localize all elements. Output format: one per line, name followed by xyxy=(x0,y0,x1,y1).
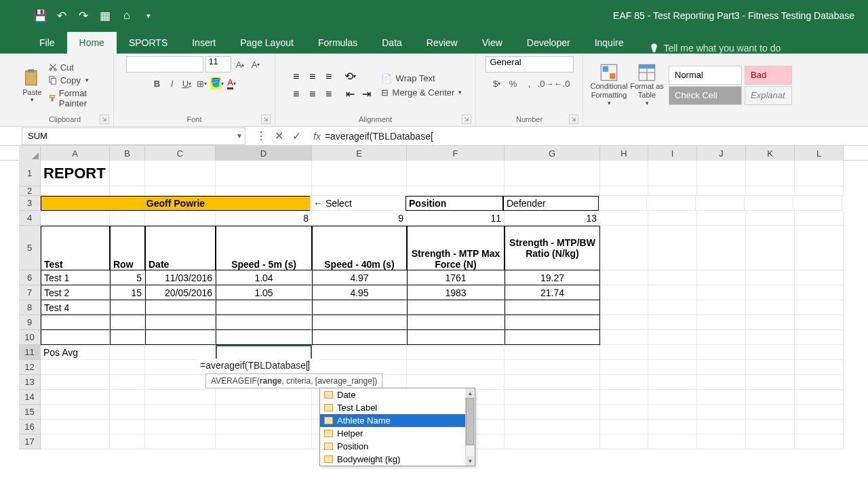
ac-item-helper[interactable]: Helper xyxy=(320,427,475,440)
tab-view[interactable]: View xyxy=(470,32,515,54)
ac-item-bodyweight[interactable]: Bodyweight (kg) xyxy=(320,453,475,466)
number-format-input[interactable]: General xyxy=(486,56,574,73)
col-header-b[interactable]: B xyxy=(110,146,145,161)
cell-f1[interactable] xyxy=(407,161,505,186)
fill-color-button[interactable]: 🪣▾ xyxy=(210,77,224,90)
tab-page-layout[interactable]: Page Layout xyxy=(228,32,306,54)
cancel-icon[interactable]: ✕ xyxy=(273,130,285,142)
undo-icon[interactable]: ↶ xyxy=(56,9,68,22)
autocomplete-scrollbar[interactable]: ▴ ▾ xyxy=(465,388,475,466)
qat-icon-1[interactable]: ▦ xyxy=(99,9,111,22)
tab-inquire[interactable]: Inquire xyxy=(583,32,636,54)
row-header-3[interactable]: 3 xyxy=(19,196,41,211)
font-color-button[interactable]: A▾ xyxy=(225,77,239,90)
italic-button[interactable]: I xyxy=(165,77,179,90)
col-header-g[interactable]: G xyxy=(505,146,600,161)
format-as-table-button[interactable]: Format as Table▾ xyxy=(628,63,666,107)
font-size-input[interactable]: 11 xyxy=(205,56,231,73)
col-header-l[interactable]: L xyxy=(795,146,844,161)
col-header-e[interactable]: E xyxy=(312,146,407,161)
underline-button[interactable]: U ▾ xyxy=(180,77,194,90)
wrap-text-button[interactable]: 📄Wrap Text xyxy=(381,73,462,83)
scroll-down-icon[interactable]: ▾ xyxy=(465,456,475,466)
col-header-k[interactable]: K xyxy=(746,146,795,161)
ac-item-athlete-name[interactable]: Athlete Name xyxy=(320,414,475,427)
col-header-d[interactable]: D xyxy=(216,146,312,161)
style-explanatory[interactable]: Explanat xyxy=(745,86,792,105)
athlete-name-cell[interactable]: Geoff Powrie xyxy=(41,196,311,211)
style-normal[interactable]: Normal xyxy=(669,66,742,85)
scroll-up-icon[interactable]: ▴ xyxy=(465,388,475,398)
alignment-dialog-icon[interactable]: ⇲ xyxy=(462,115,471,124)
accounting-icon[interactable]: $▾ xyxy=(490,77,504,90)
align-middle-icon[interactable]: ≡ xyxy=(305,70,320,83)
name-box-dropdown-icon[interactable]: ▼ xyxy=(236,132,243,140)
indent-icon[interactable]: ⇥ xyxy=(359,87,374,101)
comma-icon[interactable]: , xyxy=(523,77,536,90)
cell-e1[interactable] xyxy=(312,161,407,186)
cell-d11-editing[interactable] xyxy=(216,345,312,360)
edit-icon[interactable]: ⋮ xyxy=(255,130,267,142)
row-header-6[interactable]: 6 xyxy=(19,270,41,285)
position-label[interactable]: Position xyxy=(406,196,503,211)
row-header-11[interactable]: 11 xyxy=(19,345,41,360)
row-header-2[interactable]: 2 xyxy=(19,186,41,196)
scroll-thumb[interactable] xyxy=(466,398,474,445)
name-box[interactable]: SUM ▼ xyxy=(22,127,245,145)
save-icon[interactable]: 💾 xyxy=(34,9,46,22)
align-top-icon[interactable]: ≡ xyxy=(289,70,304,83)
row-header-5[interactable]: 5 xyxy=(19,226,41,270)
tab-home[interactable]: Home xyxy=(67,32,117,54)
col-header-a[interactable]: A xyxy=(41,146,110,161)
clipboard-dialog-icon[interactable]: ⇲ xyxy=(100,115,109,124)
style-check-cell[interactable]: Check Cell xyxy=(669,86,742,105)
row-header-1[interactable]: 1 xyxy=(19,161,41,186)
font-dialog-icon[interactable]: ⇲ xyxy=(261,115,271,124)
cell-c1[interactable] xyxy=(145,161,216,186)
formula-input[interactable] xyxy=(321,127,868,145)
col-header-c[interactable]: C xyxy=(145,146,216,161)
dedent-icon[interactable]: ⇤ xyxy=(343,87,358,101)
cell-a11[interactable]: Pos Avg xyxy=(41,345,110,360)
tab-insert[interactable]: Insert xyxy=(180,32,228,54)
cell-d1[interactable] xyxy=(216,161,312,186)
tab-review[interactable]: Review xyxy=(414,32,470,54)
style-bad[interactable]: Bad xyxy=(745,66,792,85)
cut-button[interactable]: Cut xyxy=(48,62,109,73)
cell-g1[interactable] xyxy=(505,161,600,186)
merge-center-button[interactable]: ⊟Merge & Center▾ xyxy=(381,87,462,98)
position-value[interactable]: Defender xyxy=(503,196,599,211)
cell-edit-overlay[interactable]: =averageif(TBLDatabase[ xyxy=(197,359,319,372)
copy-button[interactable]: Copy▾ xyxy=(48,75,109,85)
ac-item-position[interactable]: Position xyxy=(320,440,475,453)
cell-a1[interactable]: REPORT xyxy=(41,161,110,186)
increase-decimal-icon[interactable]: .0→ xyxy=(539,77,553,90)
border-button[interactable]: ⊞▾ xyxy=(195,77,209,90)
cell-b1[interactable] xyxy=(110,161,145,186)
col-header-j[interactable]: J xyxy=(697,146,746,161)
row-header-8[interactable]: 8 xyxy=(19,300,41,315)
ac-item-date[interactable]: Date xyxy=(320,388,475,401)
tab-developer[interactable]: Developer xyxy=(515,32,583,54)
fx-icon[interactable]: fx xyxy=(313,131,321,142)
align-bottom-icon[interactable]: ≡ xyxy=(321,70,336,83)
increase-font-icon[interactable]: A▴ xyxy=(233,58,247,71)
decrease-decimal-icon[interactable]: ←.0 xyxy=(555,77,569,90)
format-painter-button[interactable]: Format Painter xyxy=(48,88,109,108)
tab-sports[interactable]: SPORTS xyxy=(117,32,180,54)
orientation-icon[interactable]: ⟲▾ xyxy=(343,70,358,83)
paste-dropdown-icon[interactable]: ▾ xyxy=(31,96,34,103)
decrease-font-icon[interactable]: A▾ xyxy=(249,58,262,71)
percent-icon[interactable]: % xyxy=(507,77,520,90)
tab-file[interactable]: File xyxy=(27,32,67,54)
bold-button[interactable]: B xyxy=(151,77,164,90)
select-all-button[interactable] xyxy=(19,146,41,161)
row-header-7[interactable]: 7 xyxy=(19,285,41,300)
row-header-4[interactable]: 4 xyxy=(19,211,41,226)
ac-item-test-label[interactable]: Test Label xyxy=(320,401,475,414)
col-header-f[interactable]: F xyxy=(407,146,505,161)
col-header-h[interactable]: H xyxy=(600,146,648,161)
align-left-icon[interactable]: ≡ xyxy=(289,87,304,101)
number-dialog-icon[interactable]: ⇲ xyxy=(569,115,578,124)
col-header-i[interactable]: I xyxy=(648,146,697,161)
